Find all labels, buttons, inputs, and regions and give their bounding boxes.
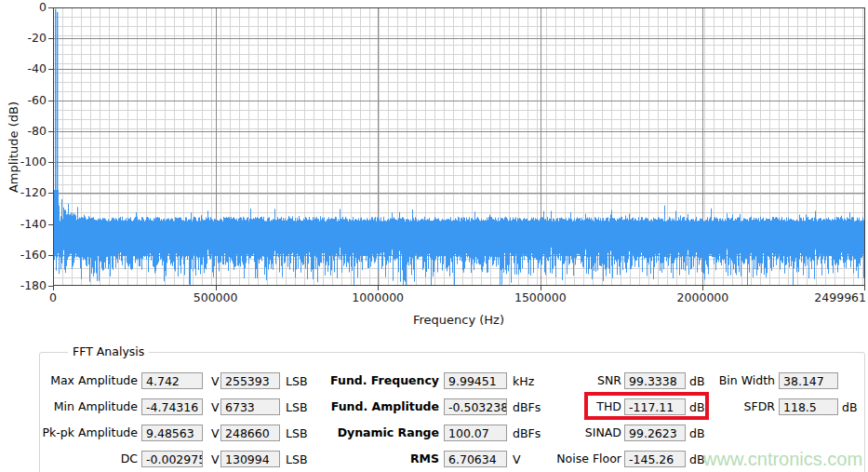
x-tick-label: 0 — [49, 290, 57, 304]
field-unit: dBFs — [513, 426, 541, 440]
field-label: Bin Width — [719, 373, 775, 387]
field-value-box[interactable]: 99.3338 — [624, 372, 686, 389]
x-tick-mark — [378, 286, 379, 290]
x-tick-mark — [702, 286, 703, 290]
y-tick-label: -100 — [9, 155, 47, 169]
field-value-box[interactable]: 9.99451 — [444, 372, 507, 389]
y-tick-label: -20 — [9, 31, 47, 45]
field-value-box[interactable]: 9.48563 — [141, 425, 203, 441]
field-value-box[interactable]: 6.70634 — [444, 451, 507, 467]
field-label: RMS — [410, 452, 439, 465]
y-tick-mark — [48, 38, 53, 39]
field-unit: dBFs — [513, 400, 541, 414]
field-value-box[interactable]: -0.002975 — [141, 451, 203, 467]
field-label: Dynamic Range — [338, 425, 439, 439]
x-tick-label: 1000000 — [352, 290, 404, 304]
field-label: SFDR — [744, 399, 775, 413]
field-label: DC — [121, 452, 138, 465]
y-tick-label: -120 — [9, 185, 47, 199]
field-unit: dB — [689, 426, 705, 440]
field-label: Min Amplitude — [54, 399, 138, 413]
y-tick-label: -60 — [9, 93, 47, 107]
field-value-box[interactable]: 99.2623 — [624, 425, 686, 441]
field-value-box[interactable]: 255393 — [220, 372, 280, 389]
field-label: SINAD — [585, 425, 621, 439]
field-unit: LSB — [286, 400, 307, 414]
field-value-box[interactable]: -0.503238 — [444, 398, 507, 415]
x-axis-title: Frequency (Hz) — [413, 313, 504, 327]
y-tick-mark — [48, 193, 53, 194]
fft-analyzer-window: Amplitude (dB) Frequency (Hz) FFT Analys… — [0, 0, 868, 472]
x-tick-mark — [216, 286, 217, 290]
x-tick-label: 2000000 — [677, 290, 729, 304]
x-tick-label: 2499961 — [814, 290, 866, 304]
field-label: Fund. Frequency — [330, 373, 439, 387]
field-value-box[interactable]: 4.742 — [141, 372, 203, 389]
field-unit: V — [513, 452, 521, 466]
field-unit: LSB — [286, 452, 307, 466]
field-value-box[interactable]: 38.147 — [779, 372, 838, 389]
y-tick-mark — [48, 224, 53, 225]
y-tick-label: 0 — [9, 0, 47, 14]
field-unit: dB — [689, 374, 705, 388]
fft-plot-canvas — [53, 7, 865, 286]
field-value-box[interactable]: 6733 — [220, 398, 280, 415]
field-label: Noise Floor — [556, 452, 621, 465]
field-unit: kHz — [513, 374, 534, 388]
field-value-box[interactable]: -145.26 — [624, 451, 686, 467]
y-tick-mark — [48, 101, 53, 101]
field-label: Pk-pk Amplitude — [43, 425, 139, 439]
y-tick-label: -140 — [9, 217, 47, 231]
x-tick-label: 1500000 — [514, 290, 567, 304]
field-value-box[interactable]: -4.74316 — [141, 398, 203, 415]
y-tick-label: -40 — [9, 61, 47, 75]
groupbox-title: FFT Analysis — [68, 344, 149, 358]
field-unit: LSB — [286, 374, 307, 388]
x-tick-mark — [864, 286, 865, 290]
y-tick-mark — [48, 7, 53, 8]
field-unit: dB — [842, 400, 858, 414]
field-value-box[interactable]: 248660 — [220, 425, 280, 441]
field-unit: V — [211, 374, 220, 388]
field-value-box[interactable]: 100.07 — [444, 425, 507, 441]
y-tick-label: -180 — [9, 278, 47, 292]
x-tick-mark — [541, 286, 541, 290]
x-tick-label: 500000 — [194, 290, 238, 304]
watermark-text: www.cntronics.com — [703, 449, 862, 470]
field-unit: LSB — [286, 426, 307, 440]
field-value-box[interactable]: 118.5 — [779, 398, 838, 415]
y-tick-mark — [48, 162, 53, 163]
y-tick-label: -160 — [9, 248, 47, 262]
y-axis-title: Amplitude (dB) — [7, 101, 20, 193]
y-tick-mark — [48, 255, 53, 256]
y-tick-label: -80 — [9, 124, 47, 138]
field-unit: V — [211, 426, 220, 440]
y-tick-mark — [48, 69, 53, 70]
field-unit: V — [211, 452, 220, 466]
field-label: Fund. Amplitude — [331, 399, 439, 413]
field-value-box[interactable]: 130994 — [220, 451, 280, 467]
thd-highlight-box — [584, 392, 709, 420]
x-tick-mark — [53, 286, 54, 290]
field-label: Max Amplitude — [50, 373, 138, 387]
y-tick-mark — [48, 131, 53, 132]
field-unit: V — [211, 400, 220, 414]
field-label: SNR — [597, 373, 621, 387]
